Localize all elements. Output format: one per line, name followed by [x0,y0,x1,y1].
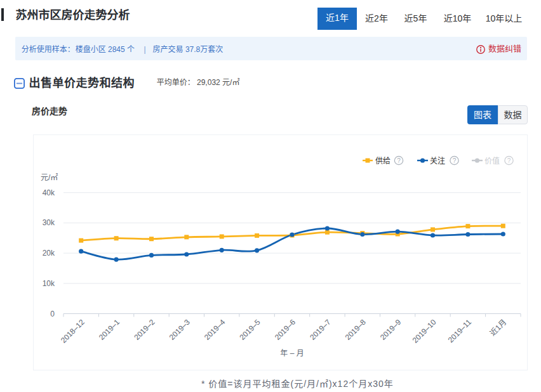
svg-text:10k: 10k [43,279,55,288]
svg-text:?: ? [507,157,511,164]
svg-text:40k: 40k [43,188,55,197]
svg-text:20k: 20k [43,249,55,258]
svg-text:供给: 供给 [375,157,391,166]
svg-text:价值: 价值 [484,156,500,166]
svg-text:关注: 关注 [430,156,445,166]
svg-text:?: ? [453,157,457,164]
svg-text:年 – 月: 年 – 月 [280,349,304,358]
svg-text:0: 0 [50,310,55,318]
svg-text:元/㎡: 元/㎡ [41,173,58,182]
svg-text:?: ? [397,157,401,164]
svg-text:30k: 30k [43,218,55,227]
